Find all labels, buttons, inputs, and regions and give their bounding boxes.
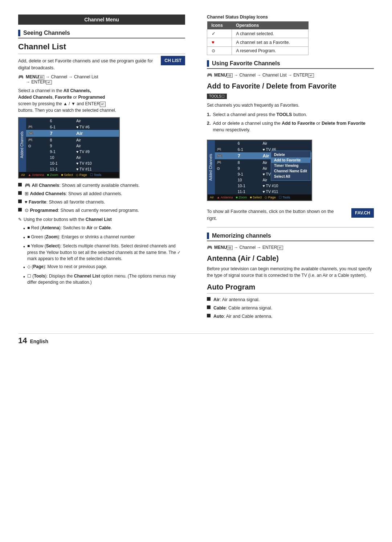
bullet-icon: [18, 183, 22, 186]
context-menu: Delete Add to Favorite Timer Viewing Cha…: [271, 151, 311, 181]
list-item: 🎮 All Channels: Shows all currently avai…: [18, 182, 185, 189]
intro-text: Add, delete or set Favorite channels and…: [18, 58, 185, 71]
remote-icon-2: 🎮: [207, 73, 212, 78]
context-timer[interactable]: Timer Viewing: [271, 163, 310, 168]
bullet-icon: [18, 208, 22, 212]
table-row: ♥ A channel set as a Favorite.: [207, 38, 309, 47]
auto-program-title: Auto Program: [207, 283, 374, 293]
bullet-icon: [18, 191, 22, 195]
operations-col-header: Operations: [232, 21, 308, 29]
add-favorite-steps: 1. Select a channel and press the TOOLS …: [207, 111, 374, 133]
icon-heart: ♥: [207, 38, 232, 47]
memorizing-title: Memorizing channels: [212, 233, 271, 239]
list-item: 1. Select a channel and press the TOOLS …: [207, 111, 374, 118]
bullet-dot: [23, 225, 25, 232]
fav-ch-text: To show all Favorite channels, click on …: [207, 208, 344, 222]
context-select-all[interactable]: Select All: [271, 174, 310, 179]
section-bar: [207, 233, 209, 239]
table-row: 🎮6-1♥ TV #6: [26, 124, 119, 130]
bullet-icon: [207, 297, 211, 301]
table-row: 6Air: [215, 140, 311, 146]
page-number: 14: [18, 336, 27, 345]
table-row: 11-1♥ TV #11: [26, 166, 119, 172]
list-item: 2. Add or delete a channel using the Add…: [207, 120, 374, 133]
operation-text: A channel set as a Favorite.: [232, 38, 308, 47]
list-item: Auto: Air and Cable antenna.: [207, 313, 374, 320]
icon-clock: ⊙: [207, 47, 232, 55]
auto-program-list: Air: Air antenna signal. Cable: Cable an…: [207, 296, 374, 320]
tv-channel-table: 6Air 🎮6-1♥ TV #6 🎮7Air 🎮8Air: [26, 118, 119, 172]
table-row: 10-1♥ TV #10: [26, 160, 119, 166]
fav-ch-button[interactable]: FAV.CH: [351, 208, 374, 218]
tv-screen-2: Added Channels 6Air 🎮6-1♥ TV #6: [207, 140, 312, 201]
using-favorite-nav: 🎮 MENUIII → Channel → Channel List → ENT…: [207, 73, 374, 78]
icons-col-header: Icons: [207, 21, 232, 29]
antenna-title: Antenna (Air / Cable): [207, 254, 374, 263]
remote-icon: 🎮: [18, 74, 24, 79]
table-row-selected: 🎮7Air: [26, 130, 119, 137]
table-row: ⊙ A reserved Program.: [207, 47, 309, 55]
remote-icon-3: 🎮: [207, 245, 212, 250]
seeing-channels-title: Seeing Channels: [23, 30, 70, 36]
bullet-icon: [207, 305, 211, 309]
section-bar: [18, 30, 20, 36]
section-bar: [207, 60, 209, 67]
select-channel-text: Select a channel in the All Channels, Ad…: [18, 87, 185, 114]
table-row: 11-1♥ TV #11: [215, 189, 311, 194]
table-row: 6Air: [26, 118, 119, 124]
tv-sidebar-label-2: Added Channels: [208, 140, 215, 194]
icon-check: ✓: [207, 29, 232, 38]
section-divider: [207, 227, 374, 227]
page-footer: 14 English: [18, 333, 374, 345]
channel-types-list: 🎮 All Channels: Shows all currently avai…: [18, 182, 185, 214]
english-label: English: [30, 338, 48, 344]
list-item: ⊙ Programmed: Shows all currently reserv…: [18, 207, 185, 214]
context-delete[interactable]: Delete: [271, 152, 310, 157]
tv-sidebar-label: Added Channels: [19, 118, 26, 172]
ch-list-button[interactable]: CH LIST: [161, 56, 185, 65]
list-item: ⊞ Added Channels: Shows all added channe…: [18, 190, 185, 197]
list-item: ♥ Favorite: Shows all favorite channels.: [18, 199, 185, 205]
menu-nav: 🎮 MENUIII → Channel → Channel List → ENT…: [18, 74, 185, 85]
tv-screen-1: Added Channels 6Air 🎮6-1♥ TV #6 🎮7Air: [18, 117, 120, 178]
table-row: ✓ A channel selected.: [207, 29, 309, 38]
bullet-dot: [23, 273, 25, 280]
list-item: Air: Air antenna signal.: [207, 296, 374, 303]
channel-list-title: Channel List: [18, 42, 185, 54]
list-item: Cable: Cable antenna signal.: [207, 305, 374, 311]
antenna-text: Before your television can begin memoriz…: [207, 266, 374, 279]
memorizing-nav: 🎮 MENUIII → Channel → ENTER↵: [207, 245, 374, 250]
tv-footer: Air ▲ Antenna ■ Zoom ■ Select ◇ Page ☐ T…: [19, 172, 119, 178]
memorizing-section: Memorizing channels: [207, 233, 374, 241]
table-row: 9-1♥ TV #9: [26, 149, 119, 155]
list-item: ◇ (Page): Move to next or previous page.: [23, 264, 185, 271]
list-item: ☐ (Tools): Displays the Channel List opt…: [23, 273, 185, 286]
bullet-dot: [23, 243, 25, 250]
list-item: ■ Green (Zoom): Enlarges or shrinks a ch…: [23, 234, 185, 241]
table-row: 🎮8Air: [26, 137, 119, 143]
icons-section-title: Channel Status Display Icons: [207, 15, 374, 20]
seeing-channels-section: Seeing Channels: [18, 30, 185, 38]
menu-nav-text: MENUIII → Channel → Channel List → ENTER…: [26, 74, 98, 85]
table-row: 10Air: [26, 155, 119, 160]
list-item: ■ Yellow (Select): Selects multiple chan…: [23, 243, 185, 262]
table-row: 10-1♥ TV #10: [215, 183, 311, 189]
icons-table: Icons Operations ✓ A channel selected. ♥…: [207, 21, 309, 55]
tools-badge: TOOLS☐: [207, 94, 227, 99]
using-favorite-section: Using Favorite Channels: [207, 60, 374, 69]
list-item: ■ Red (Antenna): Switches to Air or Cabl…: [23, 225, 185, 232]
add-favorite-title: Add to Favorite / Delete from Favorite: [207, 82, 374, 90]
bullet-dot: [23, 264, 25, 271]
tv-channel-table-2: 6Air 🎮6-1♥ TV #6 🎮7Air Delete: [215, 140, 311, 194]
bullet-dot: [23, 234, 25, 241]
using-favorite-title: Using Favorite Channels: [212, 60, 280, 67]
context-add-favorite[interactable]: Add to Favorite: [271, 157, 310, 163]
context-name-edit[interactable]: Channel Name Edit: [271, 168, 310, 174]
icons-section: Channel Status Display Icons Icons Opera…: [207, 15, 374, 55]
table-row-selected-2: 🎮7Air Delete Add to Favorite Timer Viewi…: [215, 152, 311, 159]
table-row: ⊙9Air: [26, 143, 119, 149]
operation-text: A reserved Program.: [232, 47, 308, 55]
channel-menu-header: Channel Menu: [18, 15, 185, 25]
operation-text: A channel selected.: [232, 29, 308, 38]
tv-footer-2: Air ▲ Antenna ■ Zoom ■ Select ◇ Page ☐ T…: [208, 194, 311, 200]
